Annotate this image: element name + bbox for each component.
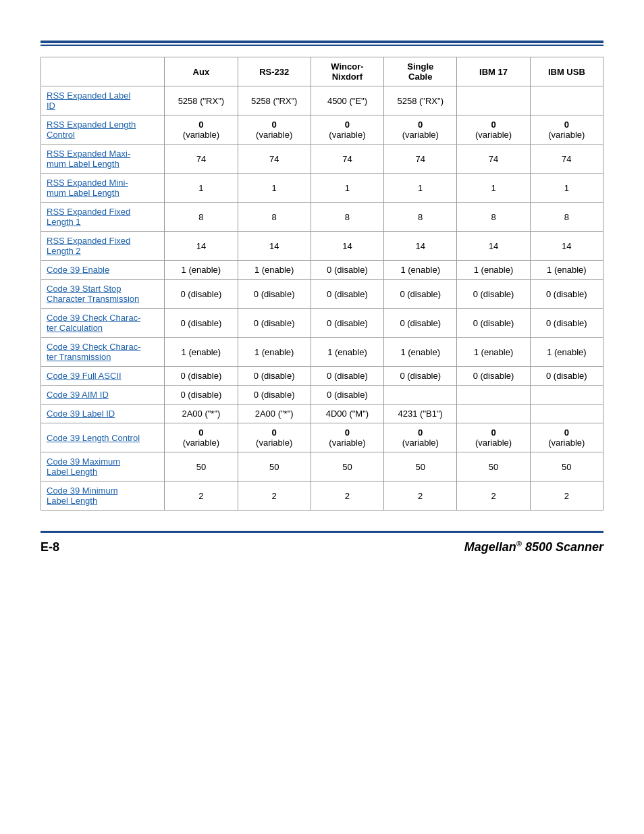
single-cell: [384, 386, 457, 405]
aux-cell: 0 (disable): [165, 386, 238, 405]
wincor-cell: 74: [311, 145, 383, 174]
ibm17-cell: 1: [457, 174, 530, 203]
col-aux: Aux: [165, 57, 238, 86]
ibm17-cell: 50: [457, 452, 530, 481]
wincor-cell: 1 (enable): [311, 338, 383, 367]
feature-link[interactable]: Code 39 Check Charac-ter Transmission: [47, 342, 140, 362]
single-cell: 0 (disable): [384, 280, 457, 309]
feature-cell[interactable]: Code 39 Start Stop Character Transmissio…: [41, 280, 165, 309]
wincor-cell: 0(variable): [311, 423, 383, 452]
ibmusb-cell: 50: [530, 452, 603, 481]
wincor-cell: 8: [311, 203, 383, 232]
feature-link[interactable]: RSS Expanded Mini-mum Label Length: [47, 178, 128, 198]
rs232-cell: 0 (disable): [238, 280, 311, 309]
ibm17-cell: 0 (disable): [457, 309, 530, 338]
feature-link[interactable]: Code 39 Length Control: [47, 433, 140, 443]
feature-cell[interactable]: RSS Expanded Maxi-mum Label Length: [41, 145, 165, 174]
ibm17-cell: 0 (disable): [457, 367, 530, 386]
table-row: Code 39 Length Control0(variable)0(varia…: [41, 423, 603, 452]
feature-link[interactable]: RSS Expanded Label ID: [47, 90, 130, 111]
rs232-cell: 1 (enable): [238, 261, 311, 280]
wincor-cell: 4D00 ("M"): [311, 405, 383, 423]
feature-cell[interactable]: RSS Expanded Mini-mum Label Length: [41, 174, 165, 203]
aux-cell: 0 (disable): [165, 309, 238, 338]
page: Aux RS-232 Wincor-Nixdorf SingleCable IB…: [0, 0, 644, 581]
feature-cell[interactable]: Code 39 Label ID: [41, 405, 165, 423]
wincor-cell: 50: [311, 452, 383, 481]
feature-cell[interactable]: Code 39 AIM ID: [41, 386, 165, 405]
feature-link[interactable]: RSS Expanded Length Control: [47, 120, 136, 140]
aux-cell: 14: [165, 232, 238, 261]
wincor-cell: 0 (disable): [311, 386, 383, 405]
feature-cell[interactable]: Code 39 Length Control: [41, 423, 165, 452]
table-row: Code 39 Start Stop Character Transmissio…: [41, 280, 603, 309]
rs232-cell: 0(variable): [238, 115, 311, 145]
col-ibm17: IBM 17: [457, 57, 530, 86]
ibm17-cell: [457, 405, 530, 423]
feature-cell[interactable]: RSS Expanded Fixed Length 1: [41, 203, 165, 232]
feature-cell[interactable]: Code 39 Enable: [41, 261, 165, 280]
wincor-cell: 0 (disable): [311, 367, 383, 386]
table-row: Code 39 Enable1 (enable)1 (enable)0 (dis…: [41, 261, 603, 280]
feature-link[interactable]: RSS Expanded Maxi-mum Label Length: [47, 149, 130, 169]
page-footer: E-8 Magellan® 8500 Scanner: [41, 531, 603, 554]
aux-cell: 74: [165, 145, 238, 174]
table-row: RSS Expanded Fixed Length 2141414141414: [41, 232, 603, 261]
single-cell: 14: [384, 232, 457, 261]
wincor-cell: 14: [311, 232, 383, 261]
table-row: Code 39 Check Charac-ter Calculation0 (d…: [41, 309, 603, 338]
feature-link[interactable]: Code 39 Start Stop Character Transmissio…: [47, 284, 139, 304]
feature-cell[interactable]: RSS Expanded Fixed Length 2: [41, 232, 165, 261]
rs232-cell: 14: [238, 232, 311, 261]
table-row: Code 39 Maximum Label Length505050505050: [41, 452, 603, 481]
feature-link[interactable]: RSS Expanded Fixed Length 1: [47, 207, 130, 227]
feature-link[interactable]: Code 39 Maximum Label Length: [47, 457, 120, 477]
ibm17-cell: 2: [457, 481, 530, 511]
feature-link[interactable]: RSS Expanded Fixed Length 2: [47, 236, 130, 256]
rs232-cell: 8: [238, 203, 311, 232]
wincor-cell: 0 (disable): [311, 280, 383, 309]
single-cell: 5258 ("RX"): [384, 86, 457, 115]
feature-cell[interactable]: RSS Expanded Length Control: [41, 115, 165, 145]
rs232-cell: 50: [238, 452, 311, 481]
feature-link[interactable]: Code 39 Minimum Label Length: [47, 486, 118, 506]
feature-link[interactable]: Code 39 Full ASCII: [47, 371, 122, 381]
single-cell: 1 (enable): [384, 338, 457, 367]
ibmusb-cell: 2: [530, 481, 603, 511]
feature-link[interactable]: Code 39 AIM ID: [47, 390, 109, 400]
single-cell: 0(variable): [384, 115, 457, 145]
ibmusb-cell: 0 (disable): [530, 367, 603, 386]
ibmusb-cell: 8: [530, 203, 603, 232]
ibm17-cell: 1 (enable): [457, 261, 530, 280]
feature-cell[interactable]: Code 39 Check Charac-ter Transmission: [41, 338, 165, 367]
feature-cell[interactable]: Code 39 Check Charac-ter Calculation: [41, 309, 165, 338]
aux-cell: 2A00 ("*"): [165, 405, 238, 423]
feature-cell[interactable]: RSS Expanded Label ID: [41, 86, 165, 115]
product-name: Magellan® 8500 Scanner: [464, 540, 603, 554]
page-number: E-8: [41, 540, 59, 554]
ibm17-cell: 74: [457, 145, 530, 174]
ibm17-cell: 8: [457, 203, 530, 232]
ibm17-cell: [457, 86, 530, 115]
single-cell: 4231 ("B1"): [384, 405, 457, 423]
single-cell: 74: [384, 145, 457, 174]
feature-link[interactable]: Code 39 Enable: [47, 265, 109, 275]
feature-cell[interactable]: Code 39 Maximum Label Length: [41, 452, 165, 481]
single-cell: 1: [384, 174, 457, 203]
ibmusb-cell: 1 (enable): [530, 261, 603, 280]
rs232-cell: 2A00 ("*"): [238, 405, 311, 423]
feature-link[interactable]: Code 39 Check Charac-ter Calculation: [47, 313, 140, 333]
rs232-cell: 0 (disable): [238, 367, 311, 386]
ibm17-cell: 0(variable): [457, 423, 530, 452]
col-ibmusb: IBM USB: [530, 57, 603, 86]
feature-cell[interactable]: Code 39 Full ASCII: [41, 367, 165, 386]
ibmusb-cell: [530, 86, 603, 115]
aux-cell: 0(variable): [165, 423, 238, 452]
rs232-cell: 0(variable): [238, 423, 311, 452]
ibmusb-cell: 0(variable): [530, 423, 603, 452]
wincor-cell: 0 (disable): [311, 261, 383, 280]
feature-cell[interactable]: Code 39 Minimum Label Length: [41, 481, 165, 511]
ibm17-cell: 1 (enable): [457, 338, 530, 367]
wincor-cell: 0 (disable): [311, 309, 383, 338]
feature-link[interactable]: Code 39 Label ID: [47, 409, 115, 419]
